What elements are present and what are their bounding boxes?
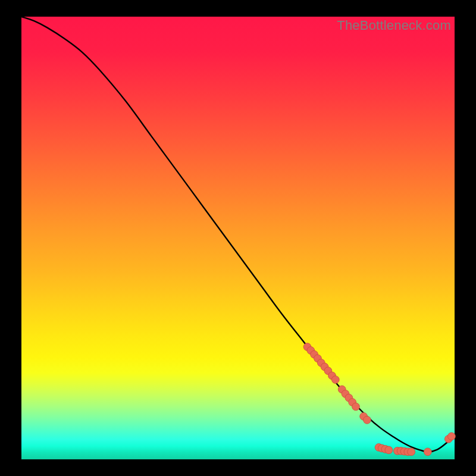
curve-marker: [424, 448, 431, 456]
plot-area: TheBottleneck.com: [21, 17, 455, 459]
bottleneck-curve: [21, 17, 455, 452]
curve-markers: [303, 343, 455, 456]
curve-marker: [352, 403, 360, 411]
curve-marker: [364, 416, 371, 424]
watermark-text: TheBottleneck.com: [337, 18, 451, 33]
curve-marker: [385, 446, 393, 454]
chart-stage: TheBottleneck.com: [0, 0, 476, 476]
curve-marker: [331, 376, 339, 384]
chart-frame: TheBottleneck.com: [21, 17, 455, 459]
curve-marker: [448, 433, 456, 440]
curve-layer: [21, 17, 455, 459]
curve-marker: [408, 448, 415, 456]
